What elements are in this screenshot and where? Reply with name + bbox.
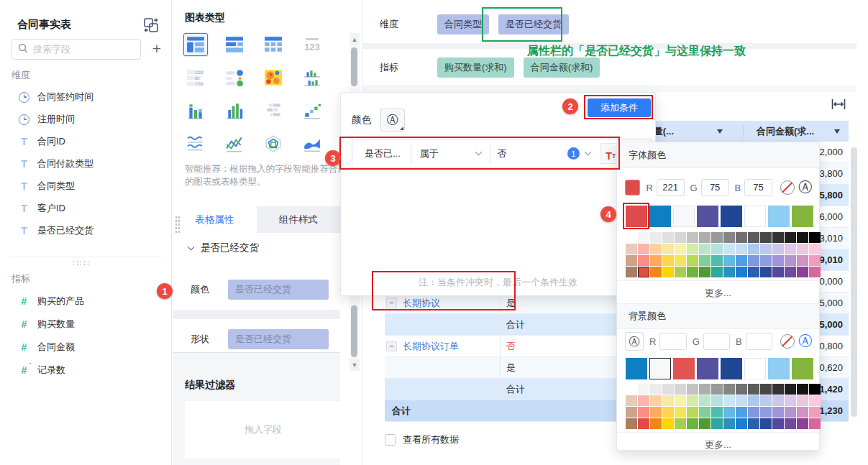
palette-color[interactable] (662, 244, 674, 254)
palette-color[interactable] (638, 395, 649, 406)
palette-color[interactable] (650, 395, 662, 406)
field-item[interactable]: T合同付款类型 (19, 156, 163, 172)
palette-color[interactable] (772, 407, 784, 418)
palette-color[interactable] (687, 395, 698, 406)
grid-table-icon[interactable] (261, 33, 285, 56)
field-item[interactable]: T是否已经交货 (19, 223, 163, 239)
group-cell[interactable]: −长期协议订单 (385, 336, 500, 356)
palette-color[interactable] (626, 418, 637, 429)
palette-color[interactable] (797, 418, 808, 429)
palette-color[interactable] (809, 395, 821, 406)
palette-color[interactable] (736, 267, 747, 277)
palette-color[interactable] (662, 407, 674, 418)
palette-color[interactable] (699, 395, 711, 406)
bg-r-input[interactable] (659, 333, 686, 350)
color-swatch[interactable] (673, 358, 695, 379)
palette-color[interactable] (748, 418, 759, 429)
palette-color[interactable] (638, 407, 649, 418)
palette-color[interactable] (723, 384, 735, 395)
palette-color[interactable] (772, 244, 784, 254)
switch-dataset-icon[interactable] (143, 17, 159, 33)
bg-more-link[interactable]: 更多... (617, 432, 819, 451)
color-swatch[interactable] (768, 206, 790, 227)
color-swatch[interactable] (649, 358, 671, 379)
palette-color[interactable] (675, 267, 686, 277)
palette-color[interactable] (797, 255, 808, 266)
palette-color[interactable] (626, 255, 637, 266)
panel-drag-handle-icon[interactable] (175, 216, 181, 234)
palette-color[interactable] (699, 232, 711, 243)
dimension-pill[interactable]: 是否已经交货 (498, 14, 569, 34)
palette-color[interactable] (638, 232, 649, 243)
palette-color[interactable] (626, 395, 637, 406)
palette-color[interactable] (638, 267, 649, 277)
palette-color[interactable] (638, 384, 649, 395)
palette-color[interactable] (760, 407, 772, 418)
palette-color[interactable] (785, 255, 796, 266)
scrollbar-thumb[interactable] (351, 47, 357, 86)
palette-color[interactable] (736, 395, 747, 406)
color-swatch[interactable] (768, 358, 790, 379)
no-color-icon[interactable] (780, 180, 795, 195)
field-item[interactable]: #购买的产品 (19, 293, 163, 309)
color-swatch[interactable] (721, 206, 742, 227)
view-all-data-checkbox[interactable] (385, 434, 396, 446)
palette-color[interactable] (687, 407, 698, 418)
color-swatch[interactable] (697, 206, 718, 227)
shape-field-pill[interactable]: 是否已经交货 (228, 329, 329, 349)
palette-color[interactable] (723, 267, 735, 277)
no-color-icon[interactable] (780, 334, 795, 349)
palette-color[interactable] (748, 267, 759, 277)
palette-color[interactable] (736, 407, 747, 418)
line-chart-icon[interactable] (222, 132, 247, 155)
palette-color[interactable] (809, 384, 821, 395)
bg-b-input[interactable] (746, 333, 772, 350)
palette-color[interactable] (797, 244, 808, 254)
palette-color[interactable] (760, 384, 772, 395)
palette-color[interactable] (748, 395, 759, 406)
scroll-down-icon[interactable]: ▼ (350, 359, 360, 371)
palette-color[interactable] (723, 232, 735, 243)
group-label[interactable]: 长期协议订单 (403, 340, 459, 353)
palette-color[interactable] (809, 255, 821, 266)
palette-color[interactable] (675, 255, 686, 266)
color-swatch[interactable] (697, 358, 718, 379)
palette-color[interactable] (736, 244, 747, 254)
palette-color[interactable] (699, 267, 711, 277)
row-table-icon[interactable] (222, 33, 247, 56)
field-item[interactable]: 注册时间 (19, 111, 163, 127)
palette-color[interactable] (711, 395, 723, 406)
palette-color[interactable] (711, 384, 723, 395)
radar-icon[interactable] (261, 132, 285, 155)
field-item[interactable]: #合同金额 (19, 339, 163, 355)
palette-color[interactable] (711, 418, 723, 429)
palette-color[interactable] (772, 384, 784, 395)
palette-color[interactable] (785, 384, 796, 395)
palette-color[interactable] (687, 418, 698, 429)
heatmap-icon[interactable] (261, 66, 285, 89)
font-g-input[interactable]: 75 (701, 179, 729, 196)
color-swatch[interactable] (673, 206, 695, 227)
palette-color[interactable] (760, 255, 772, 266)
auto-color-button[interactable]: Ⓐ (380, 109, 405, 132)
palette-color[interactable] (711, 232, 723, 243)
palette-color[interactable] (711, 267, 723, 277)
palette-color[interactable] (650, 244, 662, 254)
palette-color[interactable] (675, 418, 686, 429)
palette-color[interactable] (785, 395, 796, 406)
palette-color[interactable] (626, 407, 637, 418)
auto-bg-button[interactable]: Ⓐ (625, 332, 644, 351)
color-swatch[interactable] (744, 206, 766, 227)
color-swatch[interactable] (649, 206, 671, 227)
column-width-icon[interactable] (831, 98, 846, 112)
palette-color[interactable] (809, 418, 821, 429)
kpi-card-icon[interactable]: 123 (300, 33, 324, 56)
color-swatch[interactable] (792, 206, 813, 227)
palette-color[interactable] (736, 255, 747, 266)
palette-color[interactable] (797, 267, 808, 277)
palette-color[interactable] (650, 232, 662, 243)
palette-color[interactable] (736, 384, 747, 395)
palette-color[interactable] (797, 384, 808, 395)
palette-color[interactable] (626, 384, 637, 395)
palette-color[interactable] (772, 267, 784, 277)
